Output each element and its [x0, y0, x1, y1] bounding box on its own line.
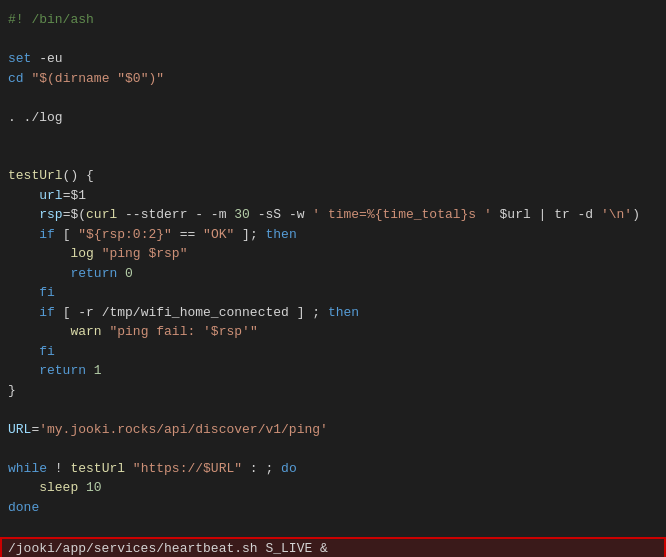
code-line-16: if [ -r /tmp/wifi_home_connected ] ; the…	[0, 303, 666, 323]
line-1-content: #! /bin/ash	[8, 10, 658, 30]
code-line-24: while ! testUrl "https://$URL" : ; do	[0, 459, 666, 479]
code-line-22: URL='my.jooki.rocks/api/discover/v1/ping…	[0, 420, 666, 440]
code-line-5	[0, 88, 666, 108]
code-line-6: . ./log	[0, 108, 666, 128]
code-line-23	[0, 439, 666, 459]
code-line-19: return 1	[0, 361, 666, 381]
code-line-10: url=$1	[0, 186, 666, 206]
code-line-12: if [ "${rsp:0:2}" == "OK" ]; then	[0, 225, 666, 245]
code-line-18: fi	[0, 342, 666, 362]
code-line-13: log "ping $rsp"	[0, 244, 666, 264]
code-line-1: #! /bin/ash	[0, 10, 666, 30]
code-line-26: done	[0, 498, 666, 518]
code-editor: #! /bin/ash set -eu cd "$(dirname "$0")"…	[0, 0, 666, 557]
code-line-3: set -eu	[0, 49, 666, 69]
code-line-4: cd "$(dirname "$0")"	[0, 69, 666, 89]
code-line-14: return 0	[0, 264, 666, 284]
code-line-7	[0, 127, 666, 147]
code-line-21	[0, 400, 666, 420]
heartbeat-command: /jooki/app/services/heartbeat.sh S_LIVE …	[8, 539, 658, 558]
code-line-9: testUrl() {	[0, 166, 666, 186]
code-line-20: }	[0, 381, 666, 401]
code-line-17: warn "ping fail: '$rsp'"	[0, 322, 666, 342]
code-line-28-highlighted: /jooki/app/services/heartbeat.sh S_LIVE …	[0, 537, 666, 558]
code-line-11: rsp=$(curl --stderr - -m 30 -sS -w ' tim…	[0, 205, 666, 225]
code-line-2	[0, 30, 666, 50]
code-line-25: sleep 10	[0, 478, 666, 498]
code-line-27	[0, 517, 666, 537]
code-line-8	[0, 147, 666, 167]
code-line-15: fi	[0, 283, 666, 303]
